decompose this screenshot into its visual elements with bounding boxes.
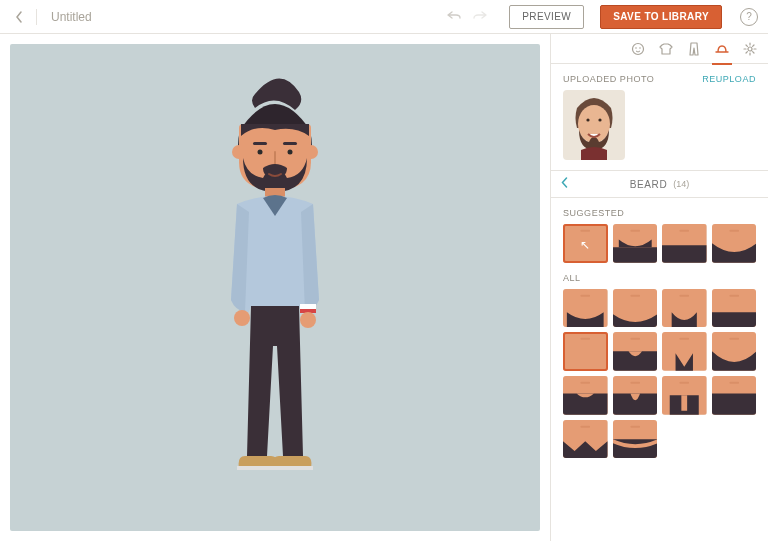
- svg-rect-50: [679, 382, 689, 384]
- document-title[interactable]: Untitled: [51, 10, 92, 24]
- svg-point-19: [586, 118, 589, 121]
- beard-option[interactable]: [613, 376, 658, 415]
- svg-rect-2: [253, 142, 267, 145]
- svg-point-16: [748, 47, 752, 51]
- category-count: (14): [673, 179, 689, 189]
- tab-shirt[interactable]: [658, 41, 674, 57]
- beard-option[interactable]: [563, 376, 608, 415]
- uploaded-photo[interactable]: [563, 90, 625, 160]
- beard-option[interactable]: [563, 289, 608, 328]
- svg-point-13: [633, 43, 644, 54]
- svg-point-10: [300, 312, 316, 328]
- character[interactable]: [195, 72, 355, 502]
- svg-rect-8: [300, 304, 316, 309]
- tab-pants[interactable]: [686, 41, 702, 57]
- svg-rect-28: [729, 230, 739, 232]
- svg-rect-36: [729, 294, 739, 296]
- uploaded-photo-label: UPLOADED PHOTO: [563, 74, 654, 84]
- category-header: BEARD (14): [551, 170, 768, 198]
- all-grid: [563, 289, 756, 459]
- preview-button[interactable]: PREVIEW: [509, 5, 584, 29]
- header: Untitled PREVIEW SAVE TO LIBRARY ?: [0, 0, 768, 34]
- svg-rect-56: [630, 426, 640, 428]
- svg-rect-42: [679, 338, 689, 340]
- svg-rect-38: [580, 338, 590, 340]
- svg-rect-48: [630, 382, 640, 384]
- pants-icon: [688, 42, 700, 56]
- tab-accessories[interactable]: [714, 41, 730, 57]
- canvas[interactable]: [10, 44, 540, 531]
- beard-option[interactable]: [662, 289, 707, 328]
- divider: [36, 9, 37, 25]
- beard-option[interactable]: [712, 224, 757, 263]
- svg-rect-26: [679, 230, 689, 232]
- canvas-wrap: [0, 34, 550, 541]
- svg-point-20: [598, 118, 601, 121]
- shirt-icon: [659, 42, 673, 56]
- category-back-button[interactable]: [561, 177, 568, 191]
- beard-option[interactable]: [662, 224, 707, 263]
- svg-rect-44: [729, 338, 739, 340]
- hat-icon: [714, 43, 730, 55]
- history-controls: [447, 10, 487, 24]
- svg-rect-52: [729, 382, 739, 384]
- save-button[interactable]: SAVE TO LIBRARY: [600, 5, 722, 29]
- main: UPLOADED PHOTO REUPLOAD: [0, 34, 768, 541]
- panel-body: UPLOADED PHOTO REUPLOAD: [551, 64, 768, 541]
- all-label: ALL: [563, 273, 756, 283]
- beard-option[interactable]: [613, 420, 658, 459]
- svg-rect-24: [630, 230, 640, 232]
- beard-option[interactable]: [563, 420, 608, 459]
- redo-button[interactable]: [473, 10, 487, 24]
- panel-tabbar: [551, 34, 768, 64]
- svg-point-15: [639, 47, 641, 49]
- svg-point-4: [258, 150, 263, 155]
- tab-settings[interactable]: [742, 41, 758, 57]
- beard-option[interactable]: [712, 289, 757, 328]
- beard-option[interactable]: [613, 224, 658, 263]
- suggested-grid: ↖: [563, 224, 756, 263]
- category-title: BEARD: [630, 179, 667, 190]
- beard-option[interactable]: [712, 376, 757, 415]
- svg-rect-22: [580, 230, 590, 232]
- svg-point-5: [288, 150, 293, 155]
- svg-rect-46: [580, 382, 590, 384]
- beard-option[interactable]: [662, 376, 707, 415]
- beard-option[interactable]: [563, 332, 608, 371]
- side-panel: UPLOADED PHOTO REUPLOAD: [550, 34, 768, 541]
- tab-face[interactable]: [630, 41, 646, 57]
- svg-rect-34: [679, 294, 689, 296]
- svg-point-7: [234, 310, 250, 326]
- svg-rect-32: [630, 294, 640, 296]
- beard-option[interactable]: [613, 289, 658, 328]
- reupload-link[interactable]: REUPLOAD: [702, 74, 756, 84]
- face-icon: [631, 42, 645, 56]
- suggested-label: SUGGESTED: [563, 208, 756, 218]
- beard-option[interactable]: ↖: [563, 224, 608, 263]
- help-icon[interactable]: ?: [740, 8, 758, 26]
- svg-rect-40: [630, 338, 640, 340]
- svg-point-14: [635, 47, 637, 49]
- gear-icon: [743, 42, 757, 56]
- svg-rect-54: [580, 426, 590, 428]
- back-button[interactable]: [10, 11, 28, 23]
- beard-option[interactable]: [712, 332, 757, 371]
- undo-button[interactable]: [447, 10, 461, 24]
- beard-option[interactable]: [613, 332, 658, 371]
- svg-rect-12: [271, 466, 313, 470]
- svg-rect-30: [580, 294, 590, 296]
- svg-rect-3: [283, 142, 297, 145]
- beard-option[interactable]: [662, 332, 707, 371]
